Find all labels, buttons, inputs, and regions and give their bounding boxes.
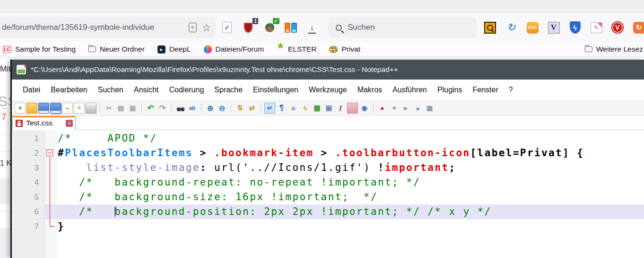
code-text[interactable]: /* APOD */ [57,131,157,146]
site-search-icon[interactable] [483,20,496,35]
fold-collapse-icon[interactable]: − [46,150,53,156]
redo-button[interactable]: ↷ [157,103,168,114]
code-line-content[interactable]: /* background-position: 2px 2px !importa… [45,205,644,219]
menu-einstellungen[interactable]: Einstellungen [248,83,304,97]
line-number[interactable]: 6 [12,205,45,219]
bookmark-neuer-ordner[interactable]: Neuer Ordner [88,45,145,53]
fold-margin-cell[interactable] [45,175,57,190]
replace-button[interactable]: ab [187,103,198,114]
menu-makros[interactable]: Makros [352,83,387,97]
menu-sprache[interactable]: Sprache [209,83,248,97]
bookmark-elster[interactable]: *ELSTER [277,45,316,53]
line-number[interactable]: 7 [12,219,45,234]
fold-margin-cell[interactable] [45,190,57,205]
code-line-content[interactable]: /* background-repeat: no-repeat !importa… [45,175,644,190]
bolt-shield-icon[interactable]: ϟ [568,20,582,35]
code-text[interactable]: /* background-position: 2px 2px !importa… [57,205,492,219]
macro-run-multiple-button[interactable]: » [412,103,423,114]
menu-werkzeuge[interactable]: Werkzeuge [304,83,352,97]
download-icon[interactable]: ↓ [305,20,319,35]
find-button[interactable] [175,103,186,114]
code-text[interactable]: /* background-size: 16px !important; */ [57,190,378,205]
v-letter-icon[interactable]: V [547,20,560,35]
screenshot-edit-icon[interactable]: ✎ [590,20,603,35]
code-line-content[interactable]: /* background-size: 16px !important; */ [45,190,644,205]
code-line[interactable]: 6 /* background-position: 2px 2px !impor… [12,205,644,219]
fold-margin-cell[interactable] [45,160,57,175]
line-number[interactable]: 5 [12,190,45,205]
bookmark-privat[interactable]: Privat [329,45,360,53]
battery-compare-icon[interactable] [284,20,297,35]
open-file-button[interactable] [26,103,37,114]
save-button[interactable] [38,103,49,114]
menu-ansicht[interactable]: Ansicht [129,83,164,97]
tab-close-icon[interactable]: × [66,120,73,127]
bookmark-dateien-forum[interactable]: Dateien/Forum [204,45,264,53]
menu-suchen[interactable]: Suchen [93,83,129,97]
code-line-content[interactable]: −#PlacesToolbarItems > .bookmark-item > … [45,146,644,160]
folder-as-workspace-button[interactable] [347,103,358,114]
macro-save-button[interactable]: ▦ [424,103,435,114]
sync-vertical-button[interactable]: ⇅ [235,103,245,114]
menu-fenster[interactable]: Fenster [468,83,504,97]
code-line-content[interactable]: list-style-image: url('..//Icons/1.gif')… [45,160,644,175]
code-line[interactable]: 3 list-style-image: url('..//Icons/1.gif… [12,160,644,175]
editor[interactable]: 1/* APOD */2−#PlacesToolbarItems > .book… [12,130,644,258]
css-tools-icon[interactable]: CSS [526,20,539,35]
close-button[interactable]: − [62,103,73,114]
macro-play-button[interactable]: ▶ [400,103,411,114]
show-all-characters-button[interactable]: ¶ [276,103,287,114]
code-line[interactable]: 4 /* background-repeat: no-repeat !impor… [12,175,644,190]
zoom-in-button[interactable]: ⊕ [205,103,216,114]
menu-codierung[interactable]: Codierung [164,83,209,97]
v-red-icon[interactable]: V [611,20,624,35]
search-bar[interactable]: Suchen [328,17,477,38]
bookmark-sample-for-testing[interactable]: LCSample for Testing [3,45,76,53]
close-all-button[interactable]: = [74,103,85,114]
notepad-titlebar[interactable]: *C:\Users\Andi\AppData\Roaming\Mozilla\F… [12,60,644,80]
w3c-validator-icon[interactable]: ✓ [220,20,234,35]
word-wrap-button[interactable]: ↵ [264,103,275,114]
menu-bearbeiten[interactable]: Bearbeiten [45,83,92,97]
undo-button[interactable]: ↶ [145,103,156,114]
line-number[interactable]: 1 [12,131,45,146]
paste-button[interactable]: ▥ [127,103,138,114]
reader-mode-icon[interactable]: ≡ [189,23,197,32]
code-text[interactable]: list-style-image: url('..//Icons/1.gif')… [57,160,456,175]
code-line[interactable]: 1/* APOD */ [12,131,644,146]
fold-margin-cell[interactable] [45,219,57,234]
code-line-content[interactable]: /* APOD */ [45,131,644,146]
code-line[interactable]: 2−#PlacesToolbarItems > .bookmark-item >… [12,146,644,160]
document-switcher-button[interactable]: ▣ [323,103,334,114]
new-file-button[interactable]: + [15,103,26,114]
cut-button[interactable]: ✂ [104,103,114,114]
bookmarks-overflow-button[interactable]: Weitere Lesez [585,42,643,57]
bookmark-star-icon[interactable]: ☆ [202,23,211,33]
fold-margin-cell[interactable] [45,131,57,146]
macro-stop-button[interactable]: ■ [389,103,400,114]
code-text[interactable]: /* background-repeat: no-repeat !importa… [57,175,420,190]
menu-help[interactable]: ? [504,83,518,97]
document-map-button[interactable]: ▦ [312,103,322,114]
sync-horizontal-button[interactable]: ⇄ [246,103,257,114]
line-number[interactable]: 2 [12,146,45,160]
code-line[interactable]: 5 /* background-size: 16px !important; *… [12,190,644,205]
refresh-orange-icon[interactable]: ↻ [632,20,644,35]
menu-plugins[interactable]: Plugins [432,83,467,97]
zoom-out-button[interactable]: ⊖ [217,103,227,114]
indent-guide-button[interactable]: ≡ [288,103,299,114]
code-text[interactable]: } [57,219,65,234]
code-line-content[interactable]: } [45,219,644,234]
function-list-button[interactable]: ƒ [335,103,346,114]
bookmark-deepl[interactable]: ▸DeepL [157,45,191,53]
ublock-shield-icon[interactable]: 1 [242,20,255,35]
fold-margin-cell[interactable]: − [45,146,57,160]
line-number[interactable]: 4 [12,175,45,190]
print-button[interactable] [86,103,96,114]
code-line[interactable]: 7} [12,219,644,234]
url-bar[interactable]: de/forum/thema/135619-symbole-individue … [0,17,216,38]
function-completion-button[interactable]: ϟ [300,103,311,114]
monitoring-eye-button[interactable]: ◉ [359,103,370,114]
save-all-button[interactable] [50,103,61,114]
code-text[interactable]: #PlacesToolbarItems > .bookmark-item > .… [57,146,584,160]
